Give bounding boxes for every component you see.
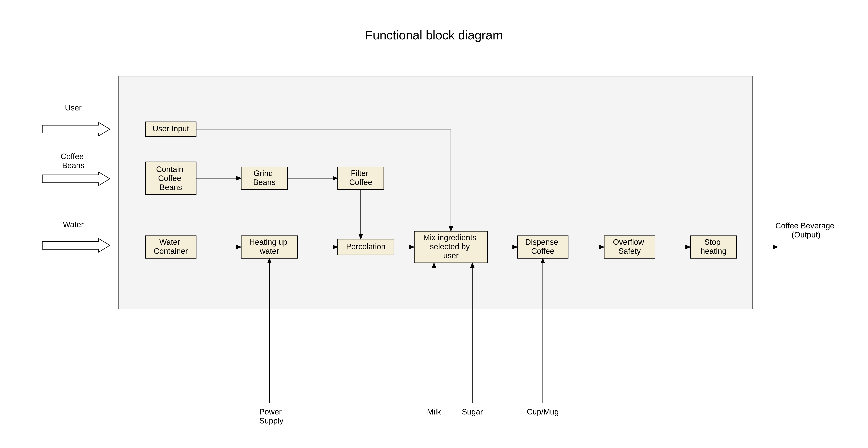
block-stop-heating-label: Stop heating bbox=[701, 238, 726, 256]
input-coffee-beans-label: Coffee Beans bbox=[61, 152, 86, 170]
input-user-label: User bbox=[65, 103, 82, 112]
system-boundary bbox=[118, 76, 752, 309]
input-milk-label: Milk bbox=[427, 407, 441, 416]
block-percolation-label: Percolation bbox=[346, 242, 385, 251]
input-cup-label: Cup/Mug bbox=[527, 407, 559, 416]
block-contain-beans-label: Contain Coffee Beans bbox=[156, 165, 185, 192]
output-label: Coffee Beverage (Output) bbox=[775, 221, 837, 239]
block-grind-beans-label: Grind Beans bbox=[253, 169, 276, 187]
input-coffee-beans-arrow bbox=[42, 172, 110, 185]
input-water-arrow bbox=[42, 239, 110, 252]
block-filter-coffee-label: Filter Coffee bbox=[349, 169, 372, 187]
diagram-title: Functional block diagram bbox=[365, 28, 503, 42]
input-power-label: Power Supply bbox=[259, 407, 284, 425]
input-sugar-label: Sugar bbox=[462, 407, 483, 416]
block-user-input-label: User Input bbox=[153, 124, 189, 133]
diagram-canvas: Functional block diagram User Coffee Bea… bbox=[0, 0, 868, 446]
input-water-label: Water bbox=[63, 220, 84, 229]
input-user-arrow bbox=[42, 122, 110, 136]
